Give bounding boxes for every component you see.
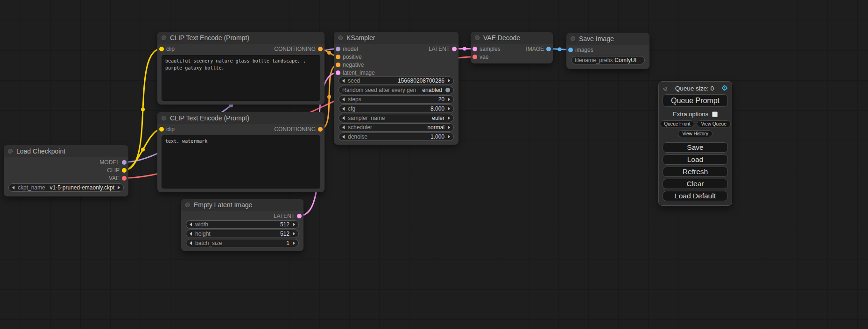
input-slot-vae: vae: [471, 53, 553, 61]
load-default-button[interactable]: Load Default: [663, 191, 728, 201]
collapse-toggle-icon[interactable]: [8, 149, 13, 154]
next-arrow-icon[interactable]: [118, 186, 120, 189]
save-button[interactable]: Save: [663, 142, 728, 153]
decrement-arrow-icon[interactable]: [342, 79, 345, 83]
node-title-bar[interactable]: CLIP Text Encode (Prompt): [157, 112, 325, 124]
decrement-arrow-icon[interactable]: [342, 135, 345, 139]
view-history-button[interactable]: View History: [678, 130, 712, 137]
collapse-toggle-icon[interactable]: [162, 116, 166, 120]
decrement-arrow-icon[interactable]: [342, 98, 345, 101]
decrement-arrow-icon[interactable]: [190, 241, 192, 245]
increment-arrow-icon[interactable]: [293, 241, 295, 245]
output-slot-model: MODEL: [4, 158, 128, 166]
increment-arrow-icon[interactable]: [448, 107, 450, 111]
steps-widget[interactable]: steps 20: [339, 95, 454, 104]
extra-options-checkbox[interactable]: [712, 112, 718, 117]
collapse-toggle-icon[interactable]: [338, 35, 343, 40]
increment-arrow-icon[interactable]: [293, 223, 295, 226]
scheduler-widget[interactable]: scheduler normal: [339, 123, 454, 132]
cfg-widget[interactable]: cfg 8.000: [339, 105, 454, 113]
widget-value: 1.000: [430, 133, 445, 140]
node-title-bar[interactable]: VAE Decode: [471, 32, 553, 44]
node-load-checkpoint[interactable]: Load Checkpoint MODEL CLIP VAE ckpt_name…: [4, 145, 128, 196]
node-title-bar[interactable]: Empty Latent Image: [181, 199, 303, 211]
increment-arrow-icon[interactable]: [448, 79, 450, 83]
refresh-button[interactable]: Refresh: [663, 167, 728, 177]
node-empty-latent-image[interactable]: Empty Latent Image LATENT width 512 heig…: [181, 199, 303, 251]
prev-arrow-icon[interactable]: [342, 126, 345, 129]
positive-input-dot[interactable]: [336, 55, 340, 59]
height-widget[interactable]: height 512: [186, 230, 299, 238]
image-output-dot[interactable]: [546, 47, 551, 51]
increment-arrow-icon[interactable]: [293, 232, 295, 236]
node-title-bar[interactable]: KSampler: [334, 32, 459, 44]
input-slot-latent-image: latent_image: [334, 69, 459, 77]
model-output-dot[interactable]: [122, 160, 127, 165]
view-queue-button[interactable]: View Queue: [697, 120, 730, 127]
seed-widget[interactable]: seed 156680208700286: [339, 77, 454, 85]
ckpt-name-widget[interactable]: ckpt_name v1-5-pruned-emaonly.ckpt: [8, 183, 124, 192]
queue-front-button[interactable]: Queue Front: [660, 120, 694, 127]
node-title-bar[interactable]: CLIP Text Encode (Prompt): [157, 32, 325, 44]
next-arrow-icon[interactable]: [448, 126, 450, 129]
widget-name: seed: [348, 77, 360, 84]
widget-name: width: [195, 221, 208, 228]
conditioning-output-dot[interactable]: [318, 47, 323, 51]
collapse-toggle-icon[interactable]: [162, 35, 166, 40]
decrement-arrow-icon[interactable]: [190, 223, 192, 226]
negative-input-dot[interactable]: [336, 63, 340, 67]
node-title-bar[interactable]: Load Checkpoint: [4, 145, 128, 157]
conditioning-output-dot[interactable]: [318, 127, 323, 132]
decrement-arrow-icon[interactable]: [342, 107, 345, 111]
wire-midpoint-dot: [463, 47, 466, 51]
node-vae-decode[interactable]: VAE Decode samples IMAGE vae: [471, 32, 553, 63]
input-label: images: [575, 47, 593, 53]
vae-output-dot[interactable]: [122, 176, 127, 181]
clear-button[interactable]: Clear: [663, 179, 728, 189]
queue-actions-row: Queue Front View Queue: [659, 120, 732, 127]
settings-gear-icon[interactable]: ⚙: [721, 84, 728, 92]
collapse-toggle-icon[interactable]: [571, 36, 575, 41]
positive-prompt-textarea[interactable]: beautiful scenery nature glass bottle la…: [162, 55, 320, 101]
next-arrow-icon[interactable]: [448, 135, 450, 139]
node-title-bar[interactable]: Save Image: [566, 33, 649, 45]
increment-arrow-icon[interactable]: [448, 98, 450, 101]
batch-size-widget[interactable]: batch_size 1: [186, 239, 299, 247]
node-ksampler[interactable]: KSampler model LATENT positive negative …: [334, 32, 459, 145]
sampler-name-widget[interactable]: sampler_name euler: [339, 114, 454, 122]
extra-options-row: Extra options: [659, 111, 732, 118]
negative-prompt-textarea[interactable]: text, watermark: [162, 135, 320, 189]
filename-prefix-widget[interactable]: filename_prefix ComfyUI: [571, 56, 645, 64]
node-clip-text-encode-negative[interactable]: CLIP Text Encode (Prompt) clip CONDITION…: [157, 112, 325, 192]
decrement-arrow-icon[interactable]: [190, 232, 192, 236]
denoise-widget[interactable]: denoise 1.000: [339, 133, 454, 141]
latent-output-dot[interactable]: [297, 214, 302, 218]
widget-name: cfg: [348, 105, 355, 112]
latent-output-dot[interactable]: [452, 47, 457, 51]
next-arrow-icon[interactable]: [448, 116, 450, 120]
widget-value: 512: [280, 231, 289, 237]
width-widget[interactable]: width 512: [186, 220, 299, 229]
random-seed-toggle-widget[interactable]: Random seed after every gen enabled: [339, 86, 454, 94]
images-input-dot[interactable]: [568, 48, 573, 52]
collapse-toggle-icon[interactable]: [185, 203, 190, 207]
node-save-image[interactable]: Save Image images filename_prefix ComfyU…: [566, 33, 649, 69]
widget-name: batch_size: [195, 240, 222, 246]
output-label: CONDITIONING: [274, 46, 316, 52]
input-label: positive: [343, 54, 362, 60]
extra-options-label: Extra options: [673, 111, 708, 118]
latent-image-input-dot[interactable]: [336, 70, 340, 75]
node-clip-text-encode-positive[interactable]: CLIP Text Encode (Prompt) clip CONDITION…: [157, 32, 325, 105]
queue-prompt-button[interactable]: Queue Prompt: [663, 94, 728, 107]
toggle-knob-icon[interactable]: [445, 88, 450, 92]
prev-arrow-icon[interactable]: [342, 116, 345, 120]
drag-handle-icon[interactable]: ⩿: [663, 85, 668, 91]
menu-header: ⩿ Queue size: 0 ⚙: [659, 82, 732, 93]
clip-output-dot[interactable]: [122, 168, 127, 173]
wire-midpoint-dot: [141, 108, 145, 112]
prev-arrow-icon[interactable]: [12, 186, 14, 189]
collapse-toggle-icon[interactable]: [475, 35, 480, 40]
load-button[interactable]: Load: [663, 154, 728, 165]
node-title: Save Image: [579, 35, 614, 42]
vae-input-dot[interactable]: [473, 55, 477, 59]
